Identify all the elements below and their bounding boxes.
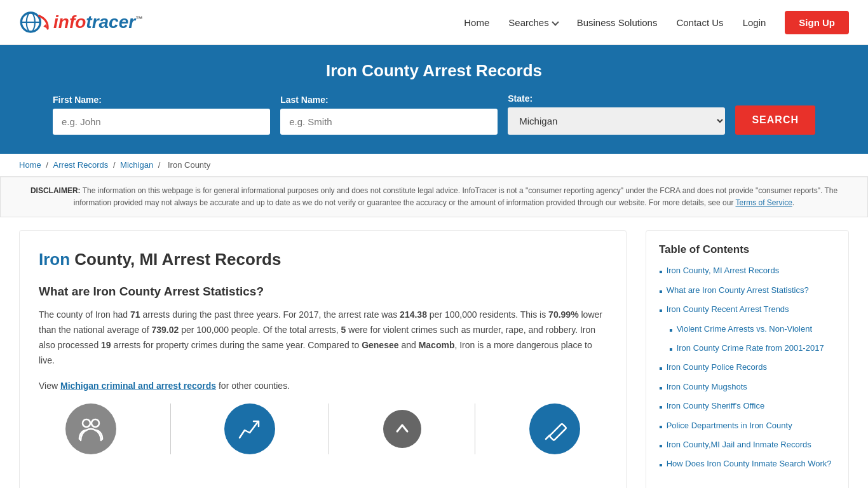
- disclaimer-label: DISCLAIMER:: [31, 186, 81, 195]
- icon-divider-3: [475, 403, 475, 454]
- header: infotracer™ Home Searches Business Solut…: [0, 0, 868, 45]
- toc-link[interactable]: Iron County Crime Rate from 2001-2017: [677, 342, 824, 354]
- icon-box-1: [65, 403, 116, 454]
- firstname-group: First Name:: [53, 95, 270, 135]
- article-paragraph1: The county of Iron had 71 arrests during…: [39, 308, 607, 368]
- toc-item: Violent Crime Arrests vs. Non-Violent: [669, 323, 836, 337]
- toc-list: Iron County, MI Arrest RecordsWhat are I…: [659, 265, 836, 472]
- section1-heading: What are Iron County Arrest Statistics?: [39, 285, 607, 299]
- toc-link[interactable]: Violent Crime Arrests vs. Non-Violent: [677, 323, 812, 335]
- firstname-label: First Name:: [53, 95, 270, 105]
- breadcrumb-home[interactable]: Home: [19, 160, 41, 170]
- toc-item: Police Departments in Iron County: [659, 420, 836, 434]
- toc-item: Iron County Police Records: [659, 362, 836, 376]
- article-heading: Iron County, MI Arrest Records: [39, 250, 607, 269]
- lastname-label: Last Name:: [280, 95, 498, 105]
- nav-searches-link[interactable]: Searches: [508, 17, 548, 28]
- svg-rect-5: [549, 424, 566, 441]
- breadcrumb-sep2: /: [113, 160, 118, 170]
- toc-link[interactable]: Police Departments in Iron County: [667, 420, 792, 431]
- toc-link[interactable]: Iron County Police Records: [667, 362, 767, 373]
- toc-item: Iron County Sheriff's Office: [659, 400, 836, 414]
- article-view-line: View Michigan criminal and arrest record…: [39, 379, 607, 394]
- toc: Table of Contents Iron County, MI Arrest…: [646, 230, 849, 488]
- lastname-input[interactable]: [280, 109, 498, 135]
- toc-link[interactable]: Iron County Recent Arrest Trends: [667, 304, 789, 315]
- toc-item: What are Iron County Arrest Statistics?: [659, 285, 836, 299]
- hero-section: Iron County Arrest Records First Name: L…: [0, 45, 868, 154]
- logo-text: infotracer™: [53, 12, 143, 32]
- lastname-group: Last Name:: [280, 95, 498, 135]
- main-nav: Home Searches Business Solutions Contact…: [464, 11, 849, 34]
- nav-home[interactable]: Home: [464, 17, 489, 28]
- state-label: State:: [508, 93, 725, 104]
- nav-searches[interactable]: Searches: [508, 17, 557, 28]
- article-heading-highlight: Iron: [39, 250, 70, 269]
- toc-item: Iron County, MI Arrest Records: [659, 265, 836, 279]
- toc-item: Iron County Mugshots: [659, 381, 836, 395]
- svg-point-4: [92, 419, 99, 427]
- toc-item: Iron County Recent Arrest Trends: [659, 304, 836, 318]
- breadcrumb-michigan[interactable]: Michigan: [120, 160, 153, 170]
- sidebar: Table of Contents Iron County, MI Arrest…: [646, 230, 849, 488]
- logo-icon: [19, 6, 51, 38]
- people-icon: [65, 403, 116, 454]
- breadcrumb: Home / Arrest Records / Michigan / Iron …: [0, 154, 868, 177]
- toc-link[interactable]: Iron County, MI Arrest Records: [667, 265, 780, 276]
- nav-contact-us[interactable]: Contact Us: [676, 17, 723, 28]
- search-button[interactable]: SEARCH: [735, 105, 815, 135]
- breadcrumb-iron-county: Iron County: [168, 160, 210, 170]
- toc-item: How Does Iron County Inmate Search Work?: [659, 458, 836, 472]
- national-avg: 739.02: [151, 325, 179, 335]
- toc-link[interactable]: Iron County Sheriff's Office: [667, 400, 764, 412]
- toc-item: Iron County,MI Jail and Inmate Records: [659, 439, 836, 453]
- hero-title: Iron County Arrest Records: [19, 61, 849, 81]
- state-group: State: AlabamaAlaskaArizonaArkansasCalif…: [508, 93, 725, 135]
- disclaimer: DISCLAIMER: The information on this webp…: [0, 177, 868, 217]
- nav-login[interactable]: Login: [743, 17, 766, 28]
- back-to-top-button[interactable]: [383, 410, 421, 448]
- chart-arrow-icon: [224, 403, 275, 454]
- breadcrumb-sep3: /: [158, 160, 163, 170]
- toc-link[interactable]: What are Iron County Arrest Statistics?: [667, 285, 809, 296]
- compare1: Genesee: [362, 340, 398, 350]
- article-heading-rest: County, MI Arrest Records: [70, 250, 281, 269]
- breadcrumb-sep1: /: [46, 160, 50, 170]
- main-content: Iron County, MI Arrest Records What are …: [0, 217, 868, 488]
- article: Iron County, MI Arrest Records What are …: [19, 230, 627, 488]
- icons-row: [39, 403, 607, 454]
- arrest-rate: 214.38: [400, 309, 427, 320]
- toc-heading: Table of Contents: [659, 243, 836, 256]
- firstname-input[interactable]: [53, 109, 270, 135]
- toc-item: Iron County Crime Rate from 2001-2017: [669, 342, 836, 356]
- toc-link[interactable]: Iron County Mugshots: [667, 381, 747, 393]
- state-select[interactable]: AlabamaAlaskaArizonaArkansasCaliforniaCo…: [508, 107, 725, 135]
- compare2: Macomb: [419, 340, 455, 350]
- disclaimer-tos-link[interactable]: Terms of Service: [736, 198, 792, 207]
- violent-count: 5: [341, 325, 346, 335]
- chevron-down-icon: [552, 18, 559, 25]
- icon-box-2: [224, 403, 275, 454]
- arrests-count: 71: [130, 309, 140, 320]
- icon-box-3: [529, 403, 580, 454]
- disclaimer-text: The information on this webpage is for g…: [74, 186, 837, 207]
- toc-link[interactable]: Iron County,MI Jail and Inmate Records: [667, 439, 811, 451]
- michigan-records-link[interactable]: Michigan criminal and arrest records: [60, 381, 216, 391]
- property-count: 19: [101, 340, 111, 350]
- toc-link[interactable]: How Does Iron County Inmate Search Work?: [667, 458, 832, 470]
- disclaimer-period: .: [792, 198, 794, 207]
- icon-divider-1: [170, 403, 171, 454]
- pencil-icon: [529, 403, 580, 454]
- nav-business-solutions[interactable]: Business Solutions: [577, 17, 658, 28]
- search-form: First Name: Last Name: State: AlabamaAla…: [53, 93, 815, 135]
- svg-line-6: [546, 435, 550, 439]
- signup-button[interactable]: Sign Up: [785, 11, 849, 34]
- icon-divider-2: [329, 403, 329, 454]
- breadcrumb-arrest-records[interactable]: Arrest Records: [53, 160, 109, 170]
- logo: infotracer™: [19, 6, 143, 38]
- svg-point-3: [83, 419, 90, 427]
- pct-lower: 70.99%: [548, 309, 578, 320]
